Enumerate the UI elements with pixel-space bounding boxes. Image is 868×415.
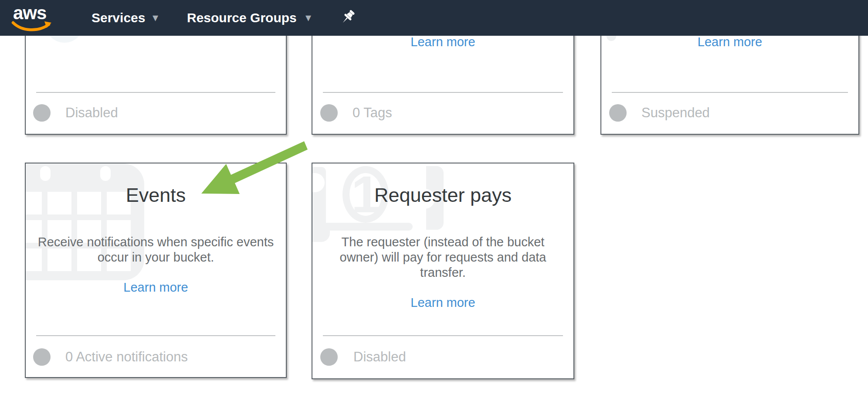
card-description-line: occur in your bucket.: [26, 250, 286, 265]
card-title: Requester pays: [312, 184, 573, 206]
card-description-line: The requester (instead of the bucket: [312, 235, 573, 250]
aws-logo-text: aws: [13, 3, 46, 23]
learn-more-link[interactable]: Learn more: [26, 279, 286, 295]
aws-smile-icon: [11, 21, 53, 33]
status-circle-icon: [33, 104, 51, 122]
card-divider: [323, 335, 563, 336]
status-text: Disabled: [353, 348, 406, 366]
card-divider: [36, 92, 275, 93]
chevron-down-icon[interactable]: ▾: [305, 0, 311, 36]
status-circle-icon: [609, 104, 627, 122]
learn-more-link[interactable]: Learn more: [312, 34, 573, 50]
learn-more-link[interactable]: Learn more: [601, 34, 858, 50]
learn-more-link[interactable]: Learn more: [312, 295, 573, 310]
card-events[interactable]: Events Receive notifications when specif…: [25, 163, 287, 378]
card-divider: [323, 92, 563, 93]
status-circle-icon: [320, 348, 338, 366]
card-description-line: transfer.: [312, 265, 573, 280]
card-description-line: owner) will pay for requests and data: [312, 250, 573, 265]
nav-services[interactable]: Services: [92, 0, 145, 36]
status-text: Disabled: [65, 104, 118, 122]
chevron-down-icon[interactable]: ▾: [153, 0, 158, 36]
status-circle-icon: [320, 104, 338, 122]
pin-icon[interactable]: [339, 9, 357, 28]
nav-resource-groups[interactable]: Resource Groups: [187, 0, 297, 36]
card-description-line: Receive notifications when specific even…: [26, 235, 286, 250]
status-text: Suspended: [641, 104, 710, 122]
status-circle-icon: [33, 348, 51, 366]
status-text: 0 Tags: [353, 104, 392, 122]
aws-logo[interactable]: aws: [13, 3, 57, 32]
card-requester-pays[interactable]: 1 Requester pays The requester (instead …: [312, 163, 574, 379]
top-nav: aws Services ▾ Resource Groups ▾: [0, 0, 868, 36]
card-divider: [36, 335, 275, 336]
card-title: Events: [26, 184, 286, 206]
card-divider: [612, 92, 848, 93]
status-text: 0 Active notifications: [65, 348, 188, 366]
